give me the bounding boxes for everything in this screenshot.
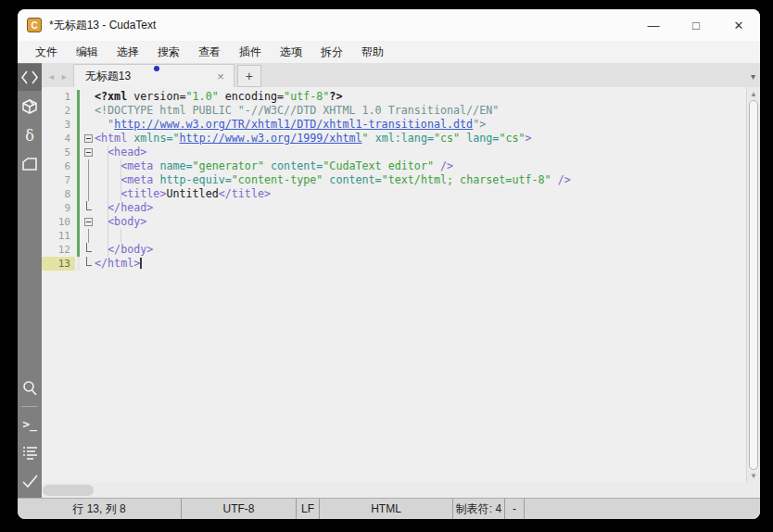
tab-overflow-icon[interactable]: ▾ bbox=[751, 71, 760, 87]
menu-item[interactable]: 拆分 bbox=[311, 41, 352, 63]
modified-line-marker bbox=[77, 243, 80, 257]
app-icon: C bbox=[27, 18, 42, 32]
code-line[interactable]: 8 <title>Untitled</title> bbox=[42, 187, 746, 201]
modified-line-marker bbox=[77, 201, 80, 215]
line-number[interactable]: 3 bbox=[42, 118, 75, 132]
line-number[interactable]: 11 bbox=[42, 229, 75, 243]
code-line[interactable]: 10 <body> bbox=[42, 215, 746, 229]
file-panel-icon[interactable] bbox=[18, 151, 42, 177]
scroll-up-icon[interactable]: ▲ bbox=[747, 88, 760, 100]
status-cell[interactable]: 制表符: 4 bbox=[453, 499, 505, 519]
line-number[interactable]: 13 bbox=[42, 257, 75, 271]
line-number[interactable]: 2 bbox=[42, 104, 75, 118]
menu-item[interactable]: 帮助 bbox=[352, 41, 393, 63]
status-cell[interactable]: UTF-8 bbox=[182, 499, 297, 519]
indent-guide bbox=[120, 159, 121, 201]
line-number[interactable]: 5 bbox=[42, 146, 75, 159]
code-text: <html xmlns="http://www.w3.org/1999/xhtm… bbox=[95, 132, 532, 146]
sidebar-bottom-group: >_ bbox=[18, 373, 42, 498]
modified-line-marker bbox=[77, 118, 80, 132]
code-line[interactable]: 7 <meta http-equiv="content-type" conten… bbox=[42, 173, 746, 187]
fold-toggle-icon[interactable] bbox=[82, 146, 95, 159]
code-line[interactable]: 9 </head> bbox=[42, 201, 746, 215]
code-text: </body> bbox=[95, 243, 153, 257]
fold-toggle-icon[interactable] bbox=[82, 132, 95, 146]
code-tree-icon[interactable] bbox=[18, 64, 42, 91]
editor-column: ◂ ▸ 无标题13 × + ▾ 1<?xml version="1.0" enc… bbox=[42, 63, 760, 498]
status-cell[interactable]: 行 13, 列 8 bbox=[18, 499, 182, 519]
code-line[interactable]: 2<!DOCTYPE html PUBLIC "-//W3C//DTD XHTM… bbox=[42, 104, 746, 118]
menu-item[interactable]: 搜索 bbox=[148, 41, 189, 63]
modified-line-marker bbox=[77, 187, 80, 201]
fold-guide bbox=[82, 104, 95, 118]
menu-item[interactable]: 文件 bbox=[26, 41, 67, 63]
code-text: <!DOCTYPE html PUBLIC "-//W3C//DTD XHTML… bbox=[95, 104, 499, 118]
package-icon[interactable] bbox=[18, 94, 42, 120]
line-number[interactable]: 10 bbox=[42, 215, 75, 229]
tab-label: 无标题13 bbox=[85, 69, 215, 84]
menu-bar: 文件编辑选择搜索查看插件选项拆分帮助 bbox=[18, 41, 760, 63]
modified-line-marker bbox=[77, 215, 80, 229]
fold-guide bbox=[82, 90, 95, 104]
search-icon[interactable] bbox=[18, 375, 42, 401]
status-cell[interactable]: - bbox=[505, 499, 525, 519]
line-number[interactable]: 1 bbox=[42, 90, 75, 104]
code-text: <meta name="generator" content="CudaText… bbox=[95, 159, 453, 173]
validate-check-icon[interactable] bbox=[18, 468, 42, 494]
close-button[interactable]: ✕ bbox=[717, 9, 760, 41]
vertical-scroll-thumb[interactable] bbox=[749, 100, 758, 470]
code-text: <head> bbox=[95, 146, 146, 159]
code-text: <meta http-equiv="content-type" content=… bbox=[95, 173, 571, 187]
fold-toggle-icon[interactable] bbox=[82, 215, 95, 229]
sidebar-divider bbox=[21, 406, 38, 407]
new-tab-button[interactable]: + bbox=[237, 65, 261, 87]
status-cell[interactable]: LF bbox=[297, 499, 320, 519]
code-line[interactable]: 1<?xml version="1.0" encoding="utf-8"?> bbox=[42, 90, 746, 104]
scroll-down-icon[interactable]: ▼ bbox=[747, 470, 760, 482]
line-number[interactable]: 6 bbox=[42, 159, 75, 173]
status-cell[interactable]: HTML bbox=[320, 499, 453, 519]
title-bar: C *无标题13 - CudaText — □ ✕ bbox=[18, 9, 760, 41]
main-area: δ>_ ◂ ▸ 无标题13 × + ▾ 1<?xml version="1.0"… bbox=[18, 63, 760, 498]
code-line[interactable]: 5 <head> bbox=[42, 146, 746, 159]
snippets-delta-icon[interactable]: δ bbox=[18, 122, 42, 148]
code-line[interactable]: 12 </body> bbox=[42, 243, 746, 257]
code-line[interactable]: 11 bbox=[42, 229, 746, 243]
line-number[interactable]: 4 bbox=[42, 132, 75, 146]
indent-guide bbox=[108, 146, 108, 257]
menu-item[interactable]: 选择 bbox=[108, 41, 148, 63]
horizontal-scroll-thumb[interactable] bbox=[43, 485, 94, 496]
tab-untitled13[interactable]: 无标题13 × bbox=[73, 64, 234, 87]
menu-item[interactable]: 选项 bbox=[271, 41, 311, 63]
fold-guide bbox=[82, 159, 95, 173]
console-icon[interactable]: >_ bbox=[18, 411, 42, 437]
vertical-scrollbar[interactable]: ▲ ▼ bbox=[746, 87, 760, 483]
output-list-icon[interactable] bbox=[18, 439, 42, 465]
code-line[interactable]: 6 <meta name="generator" content="CudaTe… bbox=[42, 159, 746, 173]
code-text: <body> bbox=[95, 215, 146, 229]
code-text: <?xml version="1.0" encoding="utf-8"?> bbox=[95, 90, 342, 104]
cudatext-window: C *无标题13 - CudaText — □ ✕ 文件编辑选择搜索查看插件选项… bbox=[18, 9, 760, 519]
fold-guide bbox=[82, 257, 95, 271]
maximize-button[interactable]: □ bbox=[675, 9, 717, 41]
window-controls: — □ ✕ bbox=[632, 9, 760, 41]
code-line[interactable]: 4<html xmlns="http://www.w3.org/1999/xht… bbox=[42, 132, 746, 146]
line-number[interactable]: 7 bbox=[42, 173, 75, 187]
menu-item[interactable]: 编辑 bbox=[67, 41, 108, 63]
code-line[interactable]: 3 "http://www.w3.org/TR/xhtml1/DTD/xhtml… bbox=[42, 118, 746, 132]
menu-item[interactable]: 插件 bbox=[230, 41, 271, 63]
tab-bar: ◂ ▸ 无标题13 × + ▾ bbox=[42, 63, 760, 87]
fold-guide bbox=[82, 187, 95, 201]
line-number[interactable]: 9 bbox=[42, 201, 75, 215]
line-number[interactable]: 8 bbox=[42, 187, 75, 201]
menu-item[interactable]: 查看 bbox=[189, 41, 230, 63]
minimize-button[interactable]: — bbox=[632, 9, 675, 41]
code-editor[interactable]: 1<?xml version="1.0" encoding="utf-8"?>2… bbox=[42, 87, 746, 483]
status-cell[interactable] bbox=[525, 499, 760, 519]
code-line[interactable]: 13</html> bbox=[42, 257, 746, 271]
horizontal-scrollbar[interactable] bbox=[42, 483, 760, 498]
tab-close-icon[interactable]: × bbox=[215, 70, 226, 83]
line-number[interactable]: 12 bbox=[42, 243, 75, 257]
editor-wrap: 1<?xml version="1.0" encoding="utf-8"?>2… bbox=[42, 87, 760, 483]
tab-scroll-arrows[interactable]: ◂ ▸ bbox=[42, 71, 73, 87]
